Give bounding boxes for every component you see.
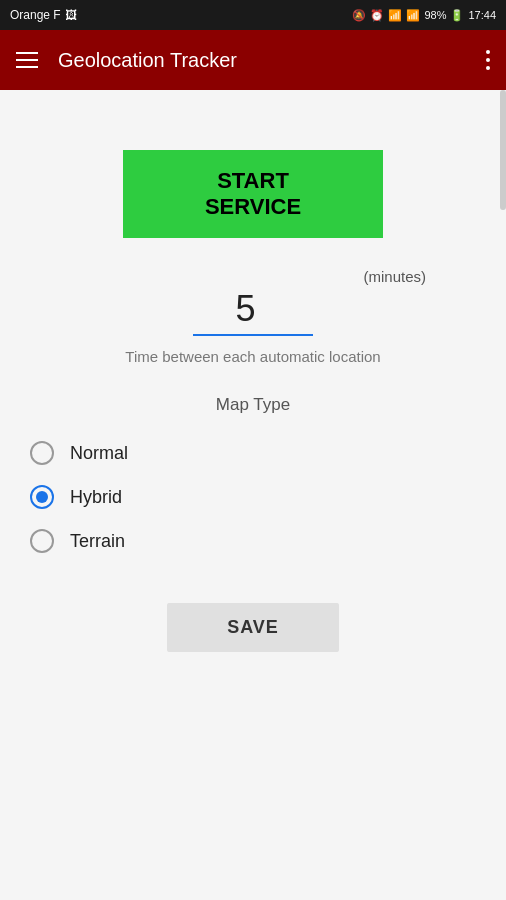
clock: 17:44: [468, 9, 496, 21]
minutes-input-container: Time between each automatic location: [125, 288, 380, 365]
radio-label-normal: Normal: [70, 443, 128, 464]
save-button[interactable]: SAVE: [167, 603, 339, 652]
minutes-label: (minutes): [363, 268, 426, 285]
start-service-button[interactable]: START SERVICE: [123, 150, 383, 238]
wifi-icon: 📶: [388, 9, 402, 22]
scrollbar[interactable]: [500, 90, 506, 210]
radio-circle-hybrid: [30, 485, 54, 509]
status-bar-right: 🔕 ⏰ 📶 📶 98% 🔋 17:44: [352, 9, 496, 22]
radio-label-hybrid: Hybrid: [70, 487, 122, 508]
battery-level: 98%: [424, 9, 446, 21]
interval-description: Time between each automatic location: [125, 348, 380, 365]
more-options-icon[interactable]: [486, 50, 490, 70]
sim-icon: 🖼: [65, 8, 77, 22]
radio-label-terrain: Terrain: [70, 531, 125, 552]
radio-item-normal[interactable]: Normal: [30, 431, 486, 475]
map-type-radio-group: Normal Hybrid Terrain: [20, 431, 486, 563]
app-bar-title: Geolocation Tracker: [58, 49, 486, 72]
app-bar: Geolocation Tracker: [0, 30, 506, 90]
status-bar: Orange F 🖼 🔕 ⏰ 📶 📶 98% 🔋 17:44: [0, 0, 506, 30]
interval-input[interactable]: [193, 288, 313, 336]
radio-item-terrain[interactable]: Terrain: [30, 519, 486, 563]
map-type-section: Map Type Normal Hybrid Terrain: [20, 395, 486, 563]
carrier-name: Orange F: [10, 8, 61, 22]
alarm-icon: ⏰: [370, 9, 384, 22]
status-bar-left: Orange F 🖼: [10, 8, 77, 22]
radio-item-hybrid[interactable]: Hybrid: [30, 475, 486, 519]
signal-icon: 📶: [406, 9, 420, 22]
radio-circle-normal: [30, 441, 54, 465]
main-content: START SERVICE (minutes) Time between eac…: [0, 90, 506, 900]
minutes-section: (minutes) Time between each automatic lo…: [20, 268, 486, 365]
battery-icon: 🔋: [450, 9, 464, 22]
radio-circle-terrain: [30, 529, 54, 553]
map-type-title: Map Type: [216, 395, 290, 415]
hamburger-menu-icon[interactable]: [16, 52, 38, 68]
notification-icon: 🔕: [352, 9, 366, 22]
